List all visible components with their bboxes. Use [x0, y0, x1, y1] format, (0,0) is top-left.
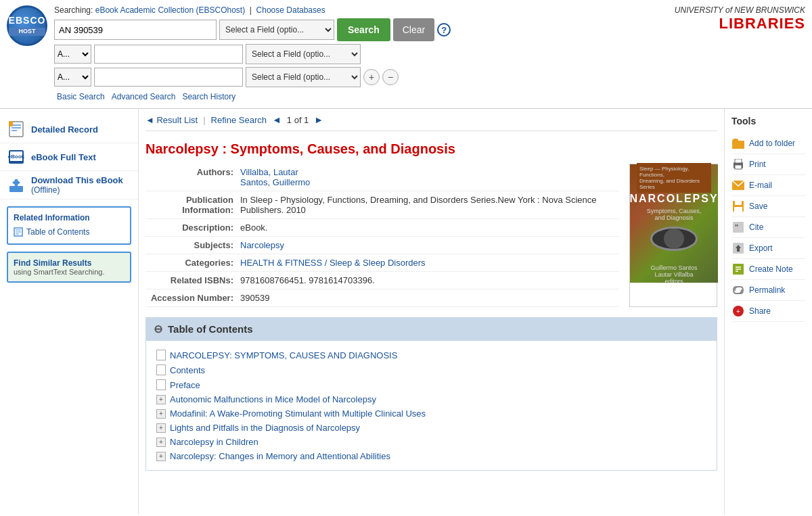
subjects-row: Subjects: Narcolepsy: [145, 237, 619, 254]
book-cover-image: Sleep — Physiology, Functions,Dreaming, …: [630, 164, 718, 283]
remove-row-button[interactable]: −: [382, 69, 399, 85]
categories-value: HEALTH & FITNESS / Sleep & Sleep Disorde…: [240, 258, 619, 268]
find-similar-box[interactable]: Find Similar Results using SmartText Sea…: [7, 252, 131, 283]
search-history-link[interactable]: Search History: [179, 91, 238, 103]
bool-select-1[interactable]: A...: [54, 45, 91, 64]
bool-select-2[interactable]: A...: [54, 68, 91, 87]
category-link[interactable]: HEALTH & FITNESS / Sleep & Sleep Disorde…: [240, 258, 426, 268]
subjects-value: Narcolepsy: [240, 240, 619, 250]
share-label: Share: [749, 306, 771, 316]
toc-link-1[interactable]: Contents: [170, 365, 205, 375]
search-input-2[interactable]: [94, 45, 243, 64]
isbns-row: Related ISBNs: 9781608766451. 9781614703…: [145, 272, 619, 289]
cite-label: Cite: [749, 222, 763, 232]
sidebar-item-detailed-record[interactable]: Detailed Record: [0, 116, 138, 143]
toc-link-3[interactable]: Autonomic Malfunctions in Mice Model of …: [170, 394, 376, 404]
advanced-search-link[interactable]: Advanced Search: [109, 91, 179, 103]
find-similar-sub: using SmartText Searching.: [14, 268, 125, 276]
subjects-label: Subjects:: [145, 240, 240, 250]
toc-item-2: Preface: [156, 377, 706, 392]
field-select-1[interactable]: Select a Field (optio...: [219, 20, 334, 40]
toc-link-label: Table of Contents: [26, 227, 89, 237]
toc-link-0[interactable]: NARCOLEPSY: SYMPTOMS, CAUSES AND DIAGNOS…: [170, 350, 397, 360]
download-label-group: Download This eBook (Offline): [31, 175, 123, 195]
field-select-3[interactable]: Select a Field (optio...: [246, 67, 361, 87]
tool-create-note[interactable]: Create Note: [731, 259, 805, 280]
toc-link-6[interactable]: Narcolepsy in Children: [170, 437, 258, 447]
author-1-link[interactable]: Villalba, Lautar: [240, 167, 298, 177]
publication-label: Publication Information:: [145, 195, 240, 215]
toc-link-4[interactable]: Modafinil: A Wake-Promoting Stimulant wi…: [170, 408, 426, 419]
related-information-box: Related Information Table of Contents: [7, 206, 131, 245]
add-row-button[interactable]: +: [363, 69, 380, 85]
cite-icon: ": [731, 220, 745, 234]
toc-item-0: NARCOLEPSY: SYMPTOMS, CAUSES AND DIAGNOS…: [156, 348, 706, 362]
tool-email[interactable]: E-mail: [731, 175, 805, 196]
tool-save[interactable]: Save: [731, 196, 805, 217]
detailed-record-icon: [7, 120, 26, 139]
refine-search-link[interactable]: Refine Search: [211, 115, 267, 125]
tools-panel: Tools Add to folder Print E-mail: [724, 109, 812, 515]
save-icon: [731, 200, 745, 213]
toc-expand-3[interactable]: +: [156, 395, 166, 404]
search-input[interactable]: [54, 20, 217, 40]
author-2-link[interactable]: Santos, Guillermo: [240, 177, 310, 187]
sidebar: Detailed Record eBook eBook Full Text: [0, 109, 139, 515]
search-row1: Select a Field (optio... Search Clear ?: [54, 18, 451, 41]
toc-header[interactable]: ⊖ Table of Contents: [145, 317, 717, 341]
tool-export[interactable]: Export: [731, 238, 805, 259]
sidebar-item-download[interactable]: Download This eBook (Offline): [0, 171, 138, 200]
tool-add-to-folder[interactable]: Add to folder: [731, 133, 805, 154]
export-label: Export: [749, 243, 773, 253]
header-left: EBSCO HOST Searching: eBook Academic Col…: [7, 5, 451, 103]
help-icon[interactable]: ?: [437, 23, 451, 37]
search-input-3[interactable]: [94, 68, 243, 87]
svg-rect-15: [732, 141, 744, 149]
toc-collapse-icon[interactable]: ⊖: [154, 323, 162, 335]
field-select-2[interactable]: Select a Field (optio...: [246, 44, 361, 64]
book-title: Narcolepsy : Symptoms, Causes, and Diagn…: [145, 141, 717, 157]
search-button[interactable]: Search: [337, 18, 390, 41]
accession-value: 390539: [240, 293, 619, 303]
toc-item-7: + Narcolepsy: Changes in Memory and Atte…: [156, 449, 706, 463]
toc-expand-7[interactable]: +: [156, 452, 166, 461]
toc-link-icon: [14, 227, 23, 237]
svg-rect-4: [9, 121, 13, 126]
email-icon: [731, 179, 745, 192]
toc-link-2[interactable]: Preface: [170, 380, 200, 390]
table-of-contents-link[interactable]: Table of Contents: [14, 226, 125, 238]
toc-expand-5[interactable]: +: [156, 423, 166, 433]
basic-search-link[interactable]: Basic Search: [54, 91, 108, 103]
toc-doc-icon-0: [156, 350, 166, 360]
database-link[interactable]: eBook Academic Collection (EBSCOhost): [95, 5, 245, 15]
toc-link-5[interactable]: Lights and Pitfalls in the Diagnosis of …: [170, 423, 360, 433]
find-similar-title: Find Similar Results: [14, 258, 125, 268]
description-value: eBook.: [240, 222, 619, 233]
tool-share[interactable]: + Share: [731, 301, 805, 322]
toc-link-7[interactable]: Narcolepsy: Changes in Memory and Attent…: [170, 451, 390, 461]
svg-rect-17: [735, 159, 742, 163]
main: Detailed Record eBook eBook Full Text: [0, 109, 812, 515]
toc-item-1: Contents: [156, 362, 706, 377]
choose-databases-link[interactable]: Choose Databases: [256, 5, 325, 15]
tool-permalink[interactable]: Permalink: [731, 280, 805, 301]
result-nav: ◄ Result List | Refine Search ◄ 1 of 1 ►: [145, 109, 717, 131]
clear-button[interactable]: Clear: [393, 18, 434, 41]
toc-item-4: + Modafinil: A Wake-Promoting Stimulant …: [156, 406, 706, 421]
ebsco-logo: EBSCO HOST: [7, 5, 47, 46]
save-label: Save: [749, 202, 767, 211]
prev-arrow[interactable]: ◄: [272, 114, 281, 125]
svg-rect-8: [9, 186, 23, 192]
tool-print[interactable]: Print: [731, 154, 805, 175]
cover-title: NARCOLEPSY: [629, 193, 718, 205]
toc-expand-6[interactable]: +: [156, 438, 166, 447]
result-list-link[interactable]: ◄ Result List: [145, 115, 198, 125]
toc-expand-4[interactable]: +: [156, 409, 166, 419]
next-arrow[interactable]: ►: [314, 114, 323, 125]
tool-cite[interactable]: " Cite: [731, 217, 805, 238]
sidebar-item-ebook-fulltext[interactable]: eBook eBook Full Text: [0, 143, 138, 171]
subject-link[interactable]: Narcolepsy: [240, 240, 284, 250]
svg-rect-10: [15, 179, 18, 186]
download-icon: [7, 176, 26, 195]
svg-rect-22: [734, 207, 742, 212]
